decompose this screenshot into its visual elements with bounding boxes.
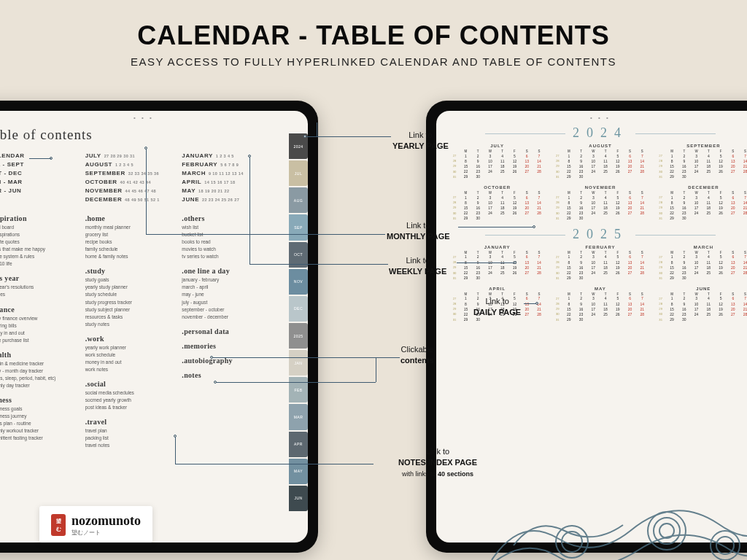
toc-link[interactable]: yearly - month day tracker <box>0 368 81 375</box>
toc-link[interactable]: study goals <box>85 276 178 284</box>
calendar-month[interactable]: OCTOBERMTWTFSS27123456728891011121314291… <box>449 185 545 221</box>
side-tab[interactable]: FEB <box>289 377 308 402</box>
calendar-month[interactable]: MARCHMTWTFSS2712345672889101112131429151… <box>656 245 747 281</box>
toc-link[interactable]: work notes <box>85 366 178 373</box>
toc-link[interactable]: things that make me happy <box>0 246 81 253</box>
toc-section[interactable]: .memories <box>182 342 274 350</box>
toc-link[interactable]: recurring bills <box>0 322 81 330</box>
toc-link[interactable]: study notes <box>85 321 178 328</box>
toc-section[interactable]: .home <box>85 214 178 222</box>
toc-link[interactable]: my fitness journey <box>0 413 81 420</box>
toc-link[interactable]: wish list <box>182 224 274 231</box>
side-tab[interactable]: AUG <box>289 187 308 213</box>
toc-link[interactable]: resources & tasks <box>85 314 178 321</box>
toc-link[interactable]: september - october <box>182 306 274 314</box>
calendar-month[interactable]: AUGUSTMTWTFSS271234567288910111213142915… <box>552 144 648 179</box>
toc-link[interactable]: favorite quotes <box>0 238 81 246</box>
toc-link[interactable]: study subject planner <box>85 306 178 314</box>
toc-link[interactable]: november - december <box>182 314 274 321</box>
calendar-month[interactable]: DECEMBERMTWTFSS2712345672889101112131429… <box>656 185 747 221</box>
toc-link[interactable]: JUNE 22 23 24 25 26 27 <box>182 196 274 203</box>
toc-link[interactable]: APRIL 14 15 16 17 18 <box>182 179 274 185</box>
toc-link[interactable]: movies to watch <box>182 246 274 253</box>
toc-link[interactable]: january - february <box>182 276 274 284</box>
toc-link[interactable]: travel notes <box>85 442 178 449</box>
toc-link[interactable]: my life system & rules <box>0 253 81 260</box>
toc-link[interactable]: travel plan <box>85 427 178 435</box>
toc-link[interactable]: packing list <box>85 435 178 442</box>
toc-link[interactable]: JUL - SEPT <box>0 161 81 168</box>
toc-link[interactable]: OCT - DEC <box>0 170 81 176</box>
toc-link[interactable]: JANUARY 1 2 3 4 5 <box>182 152 274 159</box>
calendar-month[interactable]: NOVEMBERMTWTFSS2712345672889101112131429… <box>552 185 648 221</box>
toc-link[interactable]: tv series to watch <box>182 253 274 260</box>
toc-link[interactable]: yearly work planner <box>85 344 178 351</box>
toc-link[interactable]: money in and out <box>0 330 81 337</box>
toc-link[interactable]: level 10 life <box>0 260 81 268</box>
toc-link[interactable]: fitness plan - routine <box>0 420 81 427</box>
toc-link[interactable]: intermittent fasting tracker <box>0 435 81 442</box>
toc-link[interactable]: NOVEMBER 44 45 46 47 48 <box>85 187 178 194</box>
toc-link[interactable]: yearly study planner <box>85 284 178 291</box>
toc-link[interactable]: family schedule <box>85 246 178 253</box>
toc-link[interactable]: my fitness goals <box>0 405 81 413</box>
toc-section[interactable]: .social <box>85 380 178 388</box>
toc-link[interactable]: july - august <box>182 299 274 306</box>
toc-link[interactable]: yearly finance overview <box>0 315 81 322</box>
toc-link[interactable]: this year's resolutions <box>0 284 81 291</box>
toc-link[interactable]: bucket list <box>182 231 274 238</box>
toc-link[interactable]: monthly day tracker <box>0 382 81 389</box>
calendar-month[interactable]: SEPTEMBERMTWTFSS271234567288910111213142… <box>656 144 747 179</box>
toc-link[interactable]: FEBRUARY 5 6 7 8 9 <box>182 161 274 168</box>
side-tab[interactable]: DEC <box>289 296 308 322</box>
toc-section[interactable]: .personal data <box>182 327 274 335</box>
toc-link[interactable]: work schedule <box>85 351 178 359</box>
side-tab[interactable]: MAR <box>289 404 308 429</box>
side-tab[interactable]: JUL <box>289 160 308 186</box>
toc-section[interactable]: .fitness <box>0 396 81 404</box>
toc-link[interactable]: post ideas & tracker <box>85 404 178 411</box>
toc-link[interactable]: recipe books <box>85 238 178 246</box>
calendar-month[interactable]: JULYMTWTFSS27123456728891011121314291516… <box>449 144 545 179</box>
side-tab[interactable]: 2025 <box>289 323 308 349</box>
toc-link[interactable]: SEPTEMBER 32 33 34 35 36 <box>85 170 178 176</box>
toc-section[interactable]: .finance <box>0 306 81 314</box>
toc-link[interactable]: monthly meal planner <box>85 224 178 231</box>
toc-link[interactable]: AUGUST 1 2 3 4 5 <box>85 161 178 168</box>
toc-link[interactable]: socmed yearly growth <box>85 397 178 404</box>
toc-link[interactable]: APR - JUN <box>0 187 81 194</box>
toc-section[interactable]: .health <box>0 351 81 359</box>
toc-section[interactable]: .travel <box>85 418 178 426</box>
side-tab[interactable]: SEP <box>289 214 308 240</box>
toc-section[interactable]: .one line a day <box>182 267 274 275</box>
toc-link[interactable]: march - april <box>182 284 274 291</box>
toc-link[interactable]: MAY 18 19 20 21 22 <box>182 187 274 194</box>
toc-link[interactable]: MARCH 9 10 11 12 13 14 <box>182 170 274 176</box>
toc-link[interactable]: monthly workout tracker <box>0 427 81 435</box>
calendar-month[interactable]: FEBRUARYMTWTFSS2712345672889101112131429… <box>552 245 648 281</box>
calendar-month[interactable]: JUNEMTWTFSS27123456728891011121314291516… <box>656 287 747 322</box>
toc-section[interactable]: .inspiration <box>0 214 81 222</box>
toc-link[interactable]: visual board <box>0 224 81 231</box>
toc-link[interactable]: online purchase list <box>0 337 81 344</box>
toc-section[interactable]: .work <box>85 335 178 343</box>
toc-link[interactable]: JULY 27 28 29 30 31 <box>85 152 178 159</box>
toc-link[interactable]: money in and out <box>85 359 178 366</box>
toc-link[interactable]: DECEMBER 48 49 50 51 52 1 <box>85 196 178 203</box>
toc-link[interactable]: routines <box>0 291 81 298</box>
toc-section[interactable]: .this year <box>0 274 81 282</box>
side-tab[interactable]: JUN <box>289 486 308 511</box>
toc-link[interactable]: study schedule <box>85 291 178 298</box>
toc-section[interactable]: .others <box>182 214 274 222</box>
toc-link[interactable]: study progress tracker <box>85 299 178 306</box>
toc-link[interactable]: books to read <box>182 238 274 246</box>
toc-link[interactable]: grocery list <box>85 231 178 238</box>
toc-link[interactable]: home & family notes <box>85 253 178 260</box>
toc-section[interactable]: .study <box>85 267 178 275</box>
toc-link[interactable]: vitamin & medicine tracker <box>0 360 81 368</box>
side-tab[interactable]: APR <box>289 432 308 457</box>
toc-link[interactable]: (drinks, sleep, period, habit, etc) <box>0 375 81 382</box>
side-tab[interactable]: NOV <box>289 269 308 295</box>
calendar-month[interactable]: MAYMTWTFSS271234567288910111213142915161… <box>552 287 648 322</box>
toc-link[interactable]: social media schedules <box>85 389 178 397</box>
